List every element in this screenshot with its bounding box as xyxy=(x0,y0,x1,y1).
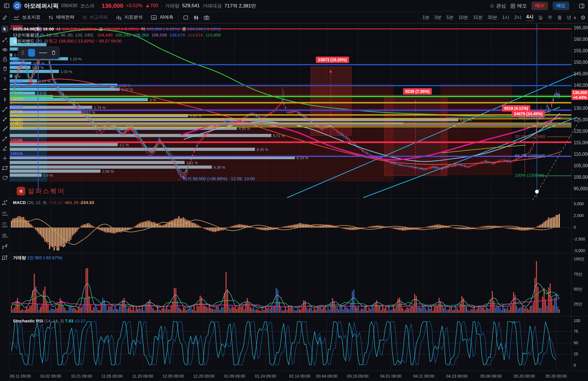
trash-icon[interactable] xyxy=(1,65,8,72)
price-level-line[interactable] xyxy=(9,96,571,97)
price-axis-label: 165,000 xyxy=(574,25,587,30)
timeframe-10분[interactable]: 10분 xyxy=(459,15,468,21)
ellipse-tool[interactable] xyxy=(1,174,8,181)
chevron-down-icon[interactable]: ∨ xyxy=(573,15,577,20)
right-panel-toggle-icon[interactable] xyxy=(579,3,585,9)
left-panel-toggle-icon[interactable] xyxy=(3,3,10,9)
sell-button[interactable]: 매도 xyxy=(553,2,569,10)
line-style-button[interactable] xyxy=(39,53,47,53)
stoch-axis-label: 0 xyxy=(574,363,587,367)
fib-3-tool[interactable]: 3 xyxy=(1,211,8,218)
volume-profile-bar xyxy=(9,70,59,73)
timeframe-30분[interactable]: 30분 xyxy=(488,15,497,21)
stock-logo xyxy=(13,1,22,10)
chart-canvas[interactable] xyxy=(0,0,588,381)
text-tool[interactable]: T xyxy=(1,76,8,82)
analysis-button[interactable]: 지표분석 xyxy=(124,14,143,20)
volume-profile-percent: 0.44 % xyxy=(32,66,44,70)
price-level-line[interactable] xyxy=(9,125,571,126)
trendline-1-tool[interactable]: 1 xyxy=(1,36,8,43)
sma-value: 108,878 xyxy=(169,32,185,37)
macd-axis-label: 5,000 xyxy=(574,201,587,206)
horizontal-line-tool[interactable] xyxy=(1,86,8,93)
volume-profile-bar xyxy=(9,66,30,69)
ray-tool[interactable] xyxy=(1,116,8,123)
price-axis-label: 150,000 xyxy=(574,60,587,65)
measure-tool[interactable] xyxy=(1,243,8,250)
strategy-button[interactable]: 매매전략 xyxy=(56,14,74,20)
rectangle-tool[interactable] xyxy=(1,165,8,172)
strategy-icon xyxy=(48,15,54,20)
macd-axis-label: 2,500 xyxy=(574,213,587,218)
timeframe-5분[interactable]: 5분 xyxy=(446,15,454,21)
angle-tool[interactable] xyxy=(1,145,8,152)
drawing-settings-popup[interactable] xyxy=(18,47,60,59)
gridline-vertical xyxy=(173,23,173,371)
memo-icon xyxy=(510,3,515,9)
timeframe-1분[interactable]: 1분 xyxy=(422,15,430,21)
timeframe-주[interactable]: 주 xyxy=(548,15,552,21)
timeframe-1시[interactable]: 1시 xyxy=(502,15,509,21)
lock-icon[interactable] xyxy=(1,56,8,63)
cross-tool[interactable] xyxy=(1,155,8,162)
price-level-line[interactable] xyxy=(9,85,571,86)
price-level-line[interactable] xyxy=(9,118,571,119)
date-axis-label: 10.21 09:00 xyxy=(71,374,92,378)
volume-axis-label: 75만 xyxy=(574,272,587,277)
cursor-tool[interactable] xyxy=(1,26,8,32)
price-level-line[interactable] xyxy=(9,126,571,127)
amount-value: 717억 2,381만 xyxy=(225,3,256,9)
timeframe-15분[interactable]: 15분 xyxy=(473,15,483,21)
price-level-line[interactable] xyxy=(9,114,571,116)
price-level-line[interactable] xyxy=(9,64,571,65)
zigzag-icon xyxy=(13,15,20,20)
settings-gear-icon[interactable]: ⚙ xyxy=(581,14,586,21)
timeframe-3분[interactable]: 3분 xyxy=(434,15,442,21)
buy-button[interactable]: 매수 xyxy=(531,2,548,10)
timeframe-월[interactable]: 월 xyxy=(557,15,562,21)
color-swatch-blue[interactable] xyxy=(28,49,35,57)
trendline-tool[interactable] xyxy=(1,106,8,113)
volume-profile-bar xyxy=(9,98,148,101)
volume-profile-percent: 2.37 % xyxy=(121,87,133,92)
sma-readout: 단순이동평균 (5, 10, 20, 40, 60, 120, 240) 104… xyxy=(13,32,221,38)
price-level-line[interactable] xyxy=(9,156,571,157)
timeframe-년[interactable]: 년 xyxy=(567,15,571,21)
candle-style-icon[interactable] xyxy=(193,15,199,20)
drag-handle[interactable] xyxy=(22,51,24,55)
eye-icon[interactable] xyxy=(1,46,8,53)
price-level-line[interactable] xyxy=(9,109,571,111)
delete-drawing-icon[interactable] xyxy=(51,50,56,55)
fib-f-tool[interactable]: F xyxy=(1,232,8,239)
svg-text:F: F xyxy=(7,236,8,238)
amount-label: 거래대금 xyxy=(202,3,222,9)
arrow-tool[interactable] xyxy=(1,135,8,142)
fib-4-tool[interactable]: 4 xyxy=(1,222,8,228)
level-price-label: 139890 xyxy=(10,80,23,84)
compare-button[interactable]: 비교차트 xyxy=(90,14,108,20)
watchlist-button[interactable]: ☆ 관심 xyxy=(490,3,506,9)
timeframe-일[interactable]: 일 xyxy=(538,15,543,21)
indicators-button[interactable]: 보조지표 xyxy=(22,14,40,20)
extended-line-tool[interactable] xyxy=(1,126,8,132)
price-level-line[interactable] xyxy=(9,141,571,143)
price-level-line[interactable] xyxy=(9,123,571,124)
timeframe-4시[interactable]: 4시 xyxy=(526,14,533,21)
draw-pencil-icon[interactable] xyxy=(1,14,8,21)
gridline-vertical xyxy=(524,23,525,371)
camera-icon[interactable] xyxy=(204,15,210,20)
separator-dot: · xyxy=(161,3,163,9)
divider xyxy=(178,15,178,20)
star-icon: ☆ xyxy=(490,3,494,9)
low-annotation: ← 최저 99,500 (+36.68%) - 12.09. 13:00 xyxy=(177,176,255,182)
ai-predict-button[interactable]: AI예측 xyxy=(160,14,173,20)
timeframe-2시[interactable]: 2시 xyxy=(514,15,521,21)
pattern-box-tool[interactable] xyxy=(1,254,8,261)
memo-button[interactable]: 메모 xyxy=(510,3,527,9)
stoch-axis-label: 25 xyxy=(574,352,587,356)
vertical-line-tool[interactable] xyxy=(1,96,8,103)
tline-tool[interactable] xyxy=(1,199,8,206)
price-level-line[interactable] xyxy=(9,102,571,103)
volume-profile-percent: 1.74 % xyxy=(94,105,105,110)
layout-icon[interactable] xyxy=(183,15,189,20)
